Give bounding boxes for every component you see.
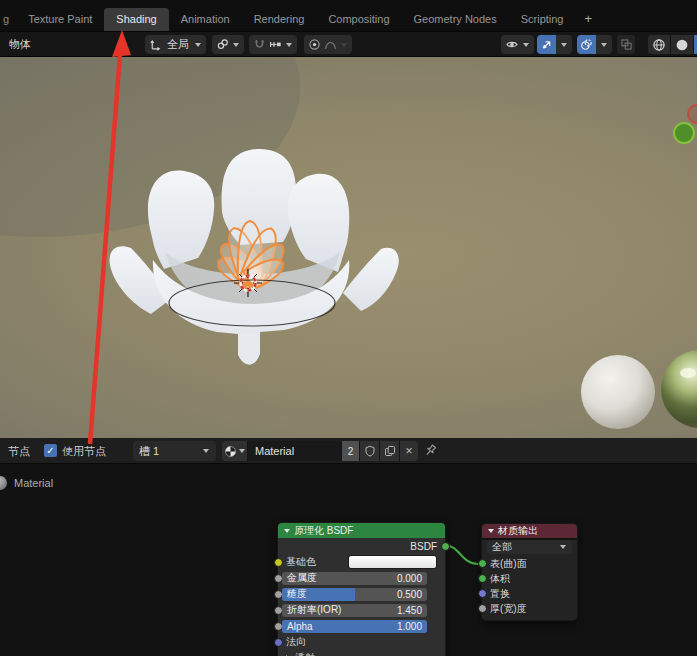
proportional-editing-controls[interactable]: [304, 35, 352, 54]
overlays-dropdown[interactable]: [596, 35, 612, 54]
matte-preview-sphere[interactable]: [581, 355, 655, 429]
visibility-dropdown[interactable]: [501, 35, 534, 54]
gizmos-dropdown[interactable]: [556, 35, 572, 54]
node-title: 材质输出: [498, 524, 538, 538]
pin-button[interactable]: [423, 443, 438, 462]
shading-solid-icon: [675, 38, 689, 52]
new-material-button[interactable]: [380, 441, 400, 461]
volume-socket[interactable]: [478, 574, 487, 583]
node-title: 原理化 BSDF: [294, 524, 353, 538]
bsdf-output-socket[interactable]: [441, 542, 450, 551]
slot-label: 槽 1: [139, 444, 159, 459]
add-workspace-button[interactable]: +: [575, 8, 601, 31]
transform-orientation-dropdown[interactable]: 全局: [145, 35, 206, 54]
principled-bsdf-node[interactable]: 原理化 BSDF BSDF 基础色 金属度 0.000: [277, 522, 446, 656]
green-axis-ball[interactable]: [674, 123, 694, 143]
check-icon: ✓: [46, 445, 54, 456]
pivot-point-dropdown[interactable]: [212, 35, 244, 54]
slider-label: Alpha: [282, 621, 397, 632]
thickness-input-row: 厚(宽)度: [482, 601, 577, 616]
workspace-tabbar: g Texture Paint Shading Animation Render…: [0, 0, 697, 31]
displacement-input-row: 置换: [482, 586, 577, 601]
metallic-slider[interactable]: 金属度 0.000: [282, 572, 427, 585]
tab-scripting[interactable]: Scripting: [509, 8, 576, 31]
roughness-slider[interactable]: 糙度 0.500: [282, 588, 427, 601]
unlink-material-button[interactable]: ×: [400, 441, 418, 461]
red-axis-ring[interactable]: [688, 105, 697, 123]
slider-label: 金属度: [282, 572, 397, 585]
bsdf-output-row: BSDF: [278, 538, 445, 554]
tab-geometry-nodes[interactable]: Geometry Nodes: [402, 8, 509, 31]
ior-slider[interactable]: 折射率(IOR) 1.450: [282, 604, 427, 617]
slider-value: 1.000: [397, 621, 427, 632]
roughness-row: 糙度 0.500: [278, 586, 445, 602]
base-color-socket[interactable]: [274, 558, 283, 567]
xray-toggle[interactable]: [617, 35, 635, 54]
shading-wireframe-button[interactable]: [648, 35, 670, 54]
orientation-axes-icon: [149, 38, 162, 51]
overlays-toggle[interactable]: [577, 35, 596, 54]
snapping-controls[interactable]: [249, 35, 297, 54]
shading-solid-button[interactable]: [670, 35, 693, 54]
tab-compositing[interactable]: Compositing: [316, 8, 401, 31]
collapse-icon[interactable]: [284, 529, 290, 533]
3d-viewport[interactable]: [0, 57, 697, 438]
proportional-editing-icon: [308, 38, 321, 51]
tab-rendering[interactable]: Rendering: [242, 8, 317, 31]
alpha-slider[interactable]: Alpha 1.000: [282, 620, 427, 633]
snap-target-icon: [269, 38, 282, 51]
nav-gizmo[interactable]: [674, 105, 697, 143]
tab-shading[interactable]: Shading: [104, 8, 168, 31]
chevron-down-icon: [341, 43, 347, 47]
material-output-node[interactable]: 材质输出 全部 表(曲)面 体积 置换: [481, 523, 578, 621]
base-color-swatch[interactable]: [348, 555, 437, 569]
use-nodes-label[interactable]: 使用节点: [62, 444, 106, 459]
tab-texture-paint[interactable]: Texture Paint: [16, 8, 104, 31]
thickness-label: 厚(宽)度: [490, 602, 527, 616]
material-users-count[interactable]: 2: [342, 441, 360, 461]
use-nodes-checkbox[interactable]: ✓: [44, 444, 57, 457]
transmission-panel-row[interactable]: 透射: [278, 650, 445, 656]
browse-material-button[interactable]: [222, 441, 248, 461]
tab-animation[interactable]: Animation: [169, 8, 242, 31]
falloff-curve-icon: [324, 38, 337, 51]
mode-selector[interactable]: 物体: [9, 37, 31, 52]
chevron-down-icon: [239, 449, 245, 453]
node-menu[interactable]: 节点: [8, 444, 30, 459]
gizmos-controls: [537, 35, 572, 54]
output-target-dropdown[interactable]: 全部: [487, 540, 572, 554]
shading-wireframe-icon: [652, 38, 666, 52]
orientation-label: 全局: [165, 37, 191, 52]
node-header[interactable]: 原理化 BSDF: [278, 523, 445, 538]
surface-socket[interactable]: [478, 559, 487, 568]
surface-input-row: 表(曲)面: [482, 556, 577, 571]
chevron-down-icon: [286, 43, 292, 47]
thickness-socket[interactable]: [478, 604, 487, 613]
sphere-highlight: [680, 368, 696, 378]
shading-mode-group: [648, 35, 697, 54]
normal-socket[interactable]: [274, 638, 283, 647]
blender-window: g Texture Paint Shading Animation Render…: [0, 0, 697, 656]
surface-label: 表(曲)面: [490, 557, 527, 571]
ior-row: 折射率(IOR) 1.450: [278, 602, 445, 618]
shader-node-editor[interactable]: Material 原理化 BSDF BSDF 基础色: [0, 464, 697, 656]
slider-value: 0.500: [397, 589, 427, 600]
metallic-row: 金属度 0.000: [278, 570, 445, 586]
reflective-preview-sphere[interactable]: [661, 350, 697, 428]
tab-partial[interactable]: g: [2, 8, 16, 31]
shading-material-button[interactable]: [693, 35, 697, 54]
material-slot-dropdown[interactable]: 槽 1: [133, 441, 216, 461]
material-name-field[interactable]: Material: [248, 441, 342, 461]
fake-user-button[interactable]: [360, 441, 380, 461]
gizmos-toggle[interactable]: [537, 35, 556, 54]
slider-label: 折射率(IOR): [282, 604, 397, 617]
target-label: 全部: [492, 540, 512, 554]
shader-editor-header: 节点 ✓ 使用节点 槽 1 Material 2: [0, 438, 697, 464]
collapse-icon[interactable]: [488, 529, 494, 533]
displacement-label: 置换: [490, 587, 510, 601]
chevron-down-icon: [195, 43, 201, 47]
slider-value: 1.450: [397, 605, 427, 616]
displacement-socket[interactable]: [478, 589, 487, 598]
node-header[interactable]: 材质输出: [482, 524, 577, 538]
pivot-point-icon: [216, 38, 229, 51]
